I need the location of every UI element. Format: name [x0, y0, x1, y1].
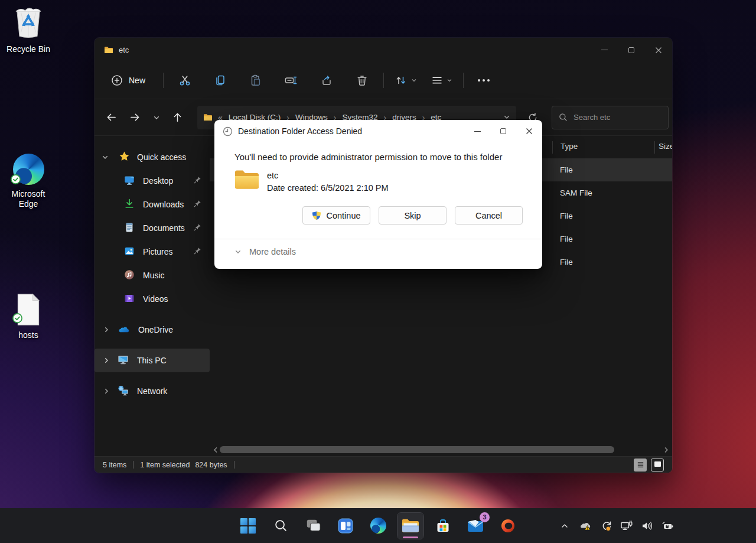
widgets-button[interactable]	[333, 513, 359, 539]
office-button[interactable]	[495, 513, 521, 539]
sidebar-item-music[interactable]: Music	[94, 264, 210, 287]
copy-button[interactable]	[207, 69, 233, 92]
display-connect-icon[interactable]	[620, 519, 633, 532]
column-header-size[interactable]: Size	[659, 142, 672, 151]
dialog-maximize-button[interactable]	[490, 120, 516, 142]
scrollbar-thumb[interactable]	[220, 446, 614, 453]
column-divider[interactable]	[654, 141, 655, 154]
dialog-file-info: etc Date created: 6/5/2021 2:10 PM	[234, 170, 542, 194]
column-divider[interactable]	[552, 141, 553, 154]
office-icon	[500, 518, 516, 534]
continue-button[interactable]: Continue	[302, 206, 370, 225]
recent-locations-button[interactable]	[150, 109, 163, 126]
pin-icon	[194, 200, 201, 209]
active-app-indicator	[403, 537, 418, 538]
sidebar-item-onedrive[interactable]: OneDrive	[94, 318, 210, 342]
downloads-icon	[124, 199, 135, 211]
scroll-left-arrow[interactable]	[212, 446, 219, 454]
network-icon	[118, 385, 129, 398]
sidebar-item-documents[interactable]: Documents	[94, 216, 210, 240]
chevron-right-icon[interactable]	[103, 326, 110, 333]
sidebar-item-videos[interactable]: Videos	[94, 287, 210, 311]
rename-button[interactable]	[278, 69, 304, 92]
forward-button[interactable]	[126, 109, 143, 126]
skip-button[interactable]: Skip	[379, 206, 447, 225]
desktop-icon-label: hosts	[1, 330, 56, 340]
arrow-up-icon	[172, 112, 183, 123]
scroll-right-arrow[interactable]	[663, 446, 670, 454]
dialog-close-button[interactable]	[516, 120, 542, 142]
selection-size: 824 bytes	[195, 461, 227, 469]
chevron-down-icon[interactable]	[102, 154, 109, 161]
command-bar: New	[94, 62, 672, 99]
task-view-button[interactable]	[300, 513, 326, 539]
desktop-icon-label: Microsoft Edge	[1, 189, 56, 209]
sidebar-item-pictures[interactable]: Pictures	[94, 240, 210, 264]
dialog-title-bar: Destination Folder Access Denied	[214, 120, 542, 142]
large-icons-view-button[interactable]	[651, 459, 664, 472]
onedrive-attention-icon[interactable]	[579, 519, 592, 532]
desktop-icon-hosts[interactable]: hosts	[1, 293, 56, 340]
more-options-button[interactable]	[478, 79, 490, 82]
toolbar-separator	[163, 73, 164, 88]
up-button[interactable]	[169, 109, 185, 126]
volume-icon[interactable]	[641, 519, 654, 532]
view-button[interactable]	[428, 71, 456, 90]
new-button[interactable]: New	[109, 70, 148, 91]
details-view-button[interactable]	[634, 459, 647, 472]
edge-taskbar-button[interactable]	[365, 513, 391, 539]
sidebar-item-quick-access[interactable]: Quick access	[94, 145, 210, 169]
sidebar-item-desktop[interactable]: Desktop	[94, 169, 210, 193]
sidebar-item-label: Downloads	[143, 200, 184, 209]
paste-icon	[250, 74, 262, 86]
maximize-button[interactable]	[618, 38, 645, 62]
sidebar-item-this-pc[interactable]: This PC	[94, 349, 210, 372]
desktop-icon-microsoft-edge[interactable]: Microsoft Edge	[1, 154, 56, 209]
search-box[interactable]	[552, 106, 669, 129]
chevron-down-icon	[503, 113, 510, 121]
share-button[interactable]	[314, 69, 340, 92]
taskbar: 3	[0, 508, 756, 543]
battery-charging-icon[interactable]	[662, 519, 674, 532]
dialog-separator	[214, 239, 542, 239]
title-bar: etc	[94, 38, 672, 62]
more-details-toggle[interactable]: More details	[234, 247, 296, 256]
sidebar-item-label: Quick access	[137, 152, 186, 162]
share-icon	[321, 74, 333, 86]
windows-logo-icon	[240, 518, 256, 534]
sort-button[interactable]	[391, 70, 421, 90]
dialog-title: Destination Folder Access Denied	[238, 126, 362, 136]
toolbar-separator	[383, 73, 384, 88]
folder-icon	[104, 46, 113, 54]
file-explorer-taskbar-button[interactable]	[397, 513, 423, 539]
task-view-icon	[305, 518, 321, 534]
delete-button[interactable]	[349, 69, 375, 92]
start-button[interactable]	[235, 513, 261, 539]
sidebar-item-label: Documents	[143, 223, 185, 233]
desktop-icon-label: Recycle Bin	[1, 44, 56, 54]
status-bar: 5 items 1 item selected 824 bytes	[94, 456, 672, 473]
horizontal-scrollbar[interactable]	[210, 443, 672, 456]
chevron-down-icon	[447, 77, 452, 83]
cancel-button[interactable]: Cancel	[455, 206, 523, 225]
chevron-right-icon[interactable]	[103, 388, 110, 395]
minimize-button[interactable]	[591, 38, 618, 62]
back-button[interactable]	[103, 109, 119, 126]
close-button[interactable]	[645, 38, 672, 62]
sync-status-icon[interactable]	[599, 519, 612, 532]
paste-button[interactable]	[243, 69, 269, 92]
dialog-file-name: etc	[267, 170, 389, 182]
sidebar-item-network[interactable]: Network	[94, 379, 210, 403]
dialog-minimize-button[interactable]	[464, 120, 490, 142]
search-input[interactable]	[573, 113, 662, 122]
microsoft-store-button[interactable]	[430, 513, 456, 539]
arrow-right-icon	[129, 112, 141, 123]
mail-button[interactable]: 3	[462, 513, 488, 539]
chevron-right-icon[interactable]	[103, 357, 110, 364]
cut-button[interactable]	[172, 69, 198, 92]
desktop-icon-recycle-bin[interactable]: Recycle Bin	[1, 5, 56, 54]
taskbar-search-button[interactable]	[268, 513, 294, 539]
column-header-type[interactable]: Type	[561, 142, 578, 151]
sidebar-item-downloads[interactable]: Downloads	[94, 193, 210, 216]
hidden-icons-chevron[interactable]	[558, 519, 571, 532]
